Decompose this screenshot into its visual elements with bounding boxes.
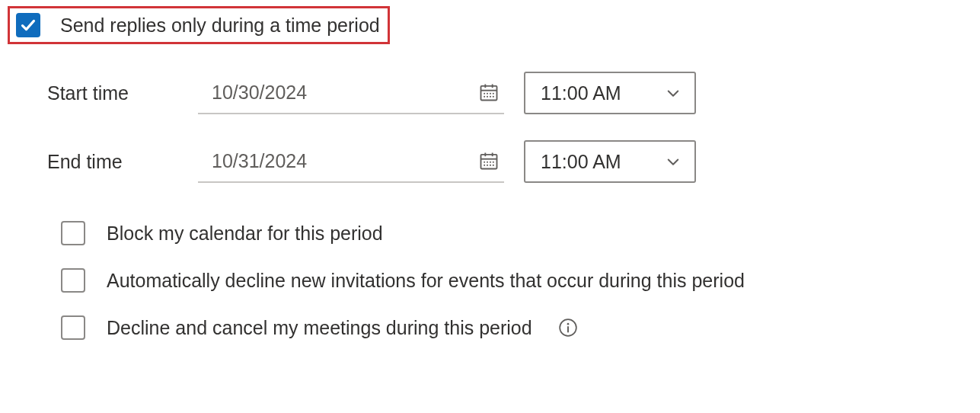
svg-point-18 — [490, 162, 491, 163]
chevron-down-icon — [666, 85, 681, 101]
calendar-icon — [478, 150, 500, 171]
svg-rect-12 — [481, 155, 497, 169]
chevron-down-icon — [666, 154, 681, 169]
svg-point-10 — [490, 96, 491, 98]
svg-point-11 — [493, 96, 494, 98]
send-replies-highlight: Send replies only during a time period — [8, 6, 390, 44]
svg-point-9 — [487, 96, 488, 98]
start-date-value: 10/30/2024 — [212, 82, 307, 104]
end-time-row: End time 10/31/2024 11:00 AM — [47, 140, 972, 183]
svg-point-7 — [493, 93, 494, 94]
send-replies-label: Send replies only during a time period — [60, 14, 380, 37]
end-date-input[interactable]: 10/31/2024 — [198, 140, 504, 183]
svg-point-19 — [493, 162, 494, 163]
end-date-value: 10/31/2024 — [212, 150, 307, 172]
start-time-dropdown[interactable]: 11:00 AM — [524, 72, 696, 114]
svg-point-25 — [567, 323, 569, 325]
send-replies-checkbox[interactable] — [16, 13, 40, 37]
auto-decline-label: Automatically decline new invitations fo… — [107, 270, 745, 292]
decline-cancel-row: Decline and cancel my meetings during th… — [61, 315, 972, 340]
options-section: Block my calendar for this period Automa… — [8, 221, 972, 340]
auto-decline-checkbox[interactable] — [61, 268, 85, 293]
end-time-value: 11:00 AM — [541, 151, 621, 173]
svg-point-16 — [484, 162, 485, 163]
svg-point-22 — [490, 165, 491, 166]
time-period-section: Start time 10/30/2024 11:00 AM — [8, 72, 972, 183]
block-calendar-checkbox[interactable] — [61, 221, 85, 245]
start-date-input[interactable]: 10/30/2024 — [198, 72, 504, 114]
auto-decline-row: Automatically decline new invitations fo… — [61, 268, 972, 293]
info-icon[interactable] — [558, 318, 578, 338]
svg-point-17 — [487, 162, 488, 163]
checkmark-icon — [21, 18, 36, 33]
end-time-label: End time — [47, 151, 198, 173]
start-time-value: 11:00 AM — [541, 82, 621, 104]
start-time-row: Start time 10/30/2024 11:00 AM — [47, 72, 972, 114]
svg-point-20 — [484, 165, 485, 166]
svg-point-5 — [487, 93, 488, 94]
svg-point-6 — [490, 93, 491, 94]
svg-point-21 — [487, 165, 488, 166]
svg-rect-0 — [481, 86, 497, 101]
block-calendar-row: Block my calendar for this period — [61, 221, 972, 245]
calendar-icon — [478, 82, 500, 103]
svg-point-4 — [484, 93, 485, 94]
decline-cancel-label: Decline and cancel my meetings during th… — [107, 317, 532, 339]
decline-cancel-checkbox[interactable] — [61, 315, 85, 340]
end-time-dropdown[interactable]: 11:00 AM — [524, 140, 696, 183]
svg-point-8 — [484, 96, 485, 98]
block-calendar-label: Block my calendar for this period — [107, 223, 383, 245]
svg-point-23 — [493, 165, 494, 166]
start-time-label: Start time — [47, 82, 198, 104]
